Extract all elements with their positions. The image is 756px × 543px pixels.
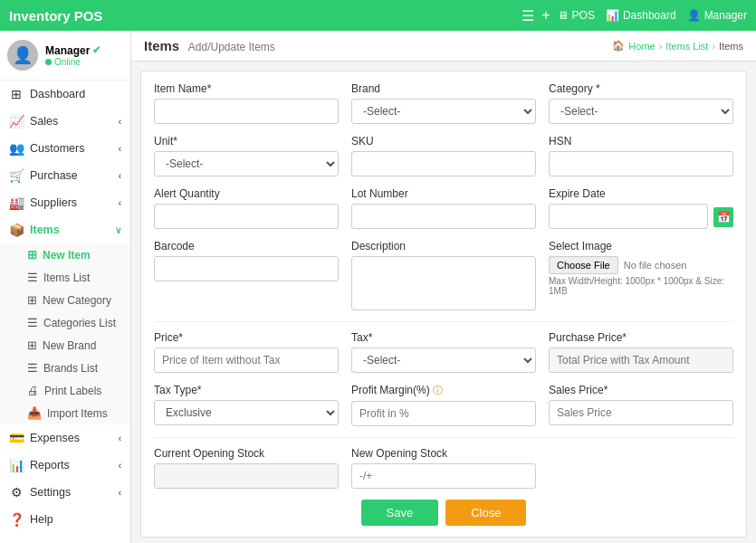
current-stock-group: Current Opening Stock 0 [154,447,339,489]
sidebar-item-reports[interactable]: 📊 Reports ‹ [0,452,130,479]
tax-label: Tax* [351,331,536,344]
expire-date-input[interactable] [549,204,708,229]
home-link[interactable]: Home [628,41,655,52]
description-label: Description [351,240,536,252]
content-area: Items Add/Update Items 🏠 Home › Items Li… [131,31,756,543]
categories-list-label: Categories List [43,317,116,329]
settings-nav-label: Settings [30,486,71,499]
dashboard-nav-icon: ⊞ [9,87,24,101]
description-textarea[interactable] [351,256,536,310]
price-label: Price* [154,331,339,344]
category-label: Category * [549,82,733,95]
brand-label: Brand [351,82,536,95]
sidebar-item-customers[interactable]: 👥 Customers ‹ [0,135,130,162]
sidebar-subitem-categories-list[interactable]: ☰ Categories List [0,311,130,334]
dashboard-link[interactable]: 📊 Dashboard [606,9,676,22]
items-list-icon: ☰ [27,271,38,284]
lot-number-group: Lot Number [351,187,536,229]
file-input-area: Choose File No file chosen [549,256,733,274]
sidebar-item-suppliers[interactable]: 🏭 Suppliers ‹ [0,189,130,216]
sidebar-item-items[interactable]: 📦 Items ∨ [0,216,130,243]
sidebar-item-settings[interactable]: ⚙ Settings ‹ [0,479,130,506]
suppliers-nav-label: Suppliers [30,196,77,209]
sidebar-item-dashboard[interactable]: ⊞ Dashboard [0,81,130,108]
alert-qty-input[interactable] [154,204,339,229]
select-image-label: Select Image [549,240,733,252]
sku-input[interactable] [351,151,536,176]
pos-label: POS [572,9,595,22]
choose-file-button[interactable]: Choose File [549,256,618,274]
sidebar-subitem-brands-list[interactable]: ☰ Brands List [0,357,130,379]
profit-margin-input[interactable] [351,401,536,426]
manager-link[interactable]: 👤 Manager [687,9,747,22]
form-row-6: Tax Type* Exclusive Profit Margin(%) ⓘ S… [154,384,733,426]
item-form: Item Name* Brand -Select- Category * -Se… [140,71,747,538]
item-name-input[interactable] [154,99,339,124]
breadcrumb: 🏠 Home › Items List › Items [612,40,743,52]
customers-nav-icon: 👥 [9,141,24,156]
sidebar-item-expenses[interactable]: 💳 Expenses ‹ [0,424,130,452]
sales-price-input[interactable] [549,400,733,425]
close-button[interactable]: Close [445,500,526,526]
lot-number-input[interactable] [351,204,536,229]
new-brand-icon: ⊞ [27,338,37,352]
sidebar-menu: ⊞ Dashboard 📈 Sales ‹ 👥 Customers ‹ 🛒 Pu… [0,81,130,543]
expire-date-label: Expire Date [549,187,733,200]
select-image-group: Select Image Choose File No file chosen … [549,240,733,310]
purchase-price-input[interactable] [549,348,733,373]
items-arrow-icon: ∨ [115,225,121,235]
sales-nav-label: Sales [30,115,58,128]
settings-nav-icon: ⚙ [9,485,24,500]
purchase-nav-icon: 🛒 [9,168,24,183]
print-labels-label: Print Labels [44,385,101,397]
hsn-label: HSN [549,135,733,148]
calendar-icon[interactable]: 📅 [713,207,733,227]
category-select[interactable]: -Select- [549,99,733,124]
hsn-input[interactable] [549,151,733,176]
save-button[interactable]: Save [361,500,439,526]
suppliers-nav-icon: 🏭 [9,195,24,210]
profile-name: Manager ✔ [45,44,100,57]
help-nav-icon: ❓ [9,512,24,527]
sidebar-subitem-new-category[interactable]: ⊞ New Category [0,289,130,311]
suppliers-arrow-icon: ‹ [119,198,121,208]
tax-type-select[interactable]: Exclusive [154,400,339,425]
main-layout: 👤 Manager ✔ Online ⊞ Dashboard 📈 Sales [0,31,756,543]
sidebar-subitem-new-item[interactable]: ⊞ New Item [0,243,130,266]
price-input[interactable] [154,348,339,373]
sidebar-subitem-print-labels[interactable]: 🖨 Print Labels [0,379,130,402]
sidebar-subitem-new-brand[interactable]: ⊞ New Brand [0,334,130,357]
image-note: Max Width/Height: 1000px * 1000px & Size… [549,276,733,296]
sales-price-group: Sales Price* [549,384,733,426]
sidebar: 👤 Manager ✔ Online ⊞ Dashboard 📈 Sales [0,31,131,543]
barcode-input[interactable] [154,256,339,281]
brand-logo: Inventory POS [9,8,522,24]
purchase-price-label: Purchase Price* [549,331,733,344]
plus-icon[interactable]: + [541,7,550,24]
new-brand-label: New Brand [43,339,96,352]
sidebar-item-help[interactable]: ❓ Help [0,506,130,533]
customers-nav-label: Customers [30,142,84,155]
brand-select[interactable]: -Select- [351,99,536,124]
sku-label: SKU [351,135,536,148]
profile-status: Online [45,57,100,67]
no-file-label: No file chosen [624,260,687,271]
unit-select[interactable]: -Select- [154,151,339,176]
unit-group: Unit* -Select- [154,135,339,176]
settings-arrow-icon: ‹ [119,488,121,498]
hamburger-icon[interactable]: ☰ [522,7,534,24]
manager-label: Manager [704,9,747,22]
form-row-1: Item Name* Brand -Select- Category * -Se… [154,82,733,124]
pos-link[interactable]: 🖥 POS [558,9,595,22]
tax-select[interactable]: -Select- [351,348,536,373]
sidebar-item-sales[interactable]: 📈 Sales ‹ [0,108,130,135]
items-list-link[interactable]: Items List [665,41,708,52]
sidebar-subitem-items-list[interactable]: ☰ Items List [0,266,130,289]
price-group: Price* [154,331,339,373]
new-stock-label: New Opening Stock [351,447,536,460]
online-dot [45,59,52,65]
expire-date-group: Expire Date 📅 [549,187,733,229]
sidebar-subitem-import-items[interactable]: 📥 Import Items [0,402,130,424]
new-stock-input[interactable] [351,463,536,489]
sidebar-item-purchase[interactable]: 🛒 Purchase ‹ [0,162,130,189]
